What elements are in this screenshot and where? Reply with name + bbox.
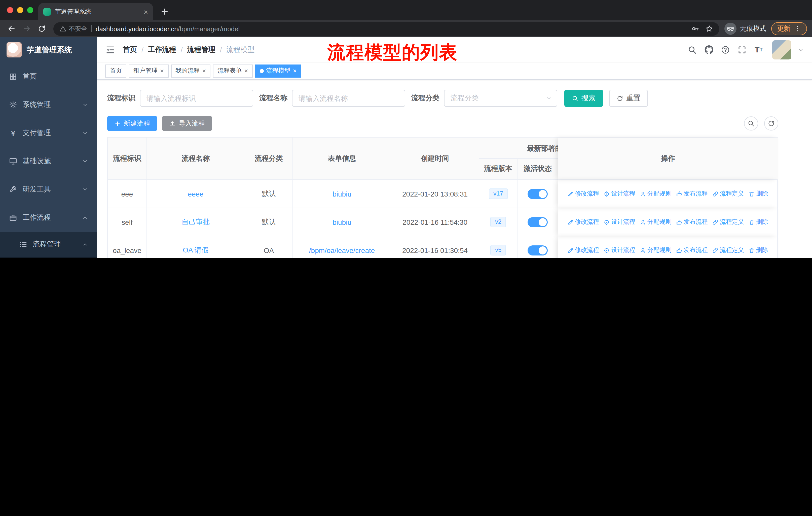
tag-process-model[interactable]: 流程模型× <box>255 64 301 77</box>
back-button[interactable] <box>5 22 18 35</box>
assign-rule-link[interactable]: 分配规则 <box>640 246 671 254</box>
refresh-table-button[interactable] <box>764 116 778 131</box>
window-close-button[interactable] <box>7 7 13 13</box>
active-toggle[interactable] <box>528 245 548 255</box>
process-name-input[interactable] <box>292 90 405 107</box>
window-zoom-button[interactable] <box>27 7 33 13</box>
url-text[interactable]: dashboard.yudao.iocoder.cn/bpm/manager/m… <box>96 25 240 32</box>
cell-form-info: biubiu <box>293 208 391 236</box>
chevron-up-icon <box>82 215 88 221</box>
sidebar-item-workflow[interactable]: 工作流程 <box>0 203 97 232</box>
user-avatar[interactable] <box>772 40 791 59</box>
process-definition-link[interactable]: 流程定义 <box>712 246 744 254</box>
modify-process-link[interactable]: 修改流程 <box>567 246 599 254</box>
address-bar[interactable]: 不安全 dashboard.yudao.iocoder.cn/bpm/manag… <box>53 22 719 35</box>
cell-version: v5 <box>479 236 518 258</box>
delete-link[interactable]: 删除 <box>749 218 768 226</box>
assign-rule-link[interactable]: 分配规则 <box>640 189 671 198</box>
browser-update-button[interactable]: 更新 <box>771 22 807 35</box>
tag-process-form[interactable]: 流程表单× <box>213 64 253 77</box>
form-info-link[interactable]: biubiu <box>332 190 351 198</box>
process-definition-link[interactable]: 流程定义 <box>712 218 744 226</box>
modify-process-link[interactable]: 修改流程 <box>567 218 599 226</box>
breadcrumb-process-management[interactable]: 流程管理 <box>187 45 215 54</box>
incognito-chip[interactable]: 无痕模式 <box>724 23 766 35</box>
red-annotation-text: 流程模型的列表 <box>327 40 458 65</box>
warning-icon <box>59 25 66 32</box>
tag-close-icon[interactable]: × <box>202 67 206 74</box>
import-process-button[interactable]: 导入流程 <box>162 116 212 131</box>
user-icon <box>640 247 646 253</box>
window-minimize-button[interactable] <box>17 7 23 13</box>
avatar-caret-down-icon[interactable] <box>798 47 804 53</box>
create-process-button[interactable]: 新建流程 <box>107 116 157 131</box>
form-info-link[interactable]: /bpm/oa/leave/create <box>309 246 375 254</box>
sidebar-item-process-management[interactable]: 流程管理 <box>0 232 97 257</box>
assign-rule-link[interactable]: 分配规则 <box>640 218 671 226</box>
logo-avatar <box>6 42 22 57</box>
cell-actions: 修改流程 设计流程 分配规则 发布流程 流程定义 删除 <box>558 236 778 258</box>
search-button[interactable]: 搜索 <box>564 90 603 107</box>
modify-process-link[interactable]: 修改流程 <box>567 189 599 198</box>
forward-button[interactable] <box>20 22 33 35</box>
target-icon <box>604 219 610 225</box>
tag-home[interactable]: 首页 <box>105 64 126 77</box>
design-process-link[interactable]: 设计流程 <box>604 246 635 254</box>
tab-close-icon[interactable]: × <box>143 8 148 16</box>
toggle-search-button[interactable] <box>744 116 758 131</box>
sidebar-item-home[interactable]: 首页 <box>0 62 97 91</box>
edit-icon <box>567 247 573 253</box>
sidebar-item-payment-management[interactable]: ¥ 支付管理 <box>0 119 97 147</box>
sidebar-item-system-management[interactable]: 系统管理 <box>0 91 97 119</box>
security-chip[interactable]: 不安全 <box>59 24 87 33</box>
bookmark-star-icon[interactable] <box>705 25 713 33</box>
tag-close-icon[interactable]: × <box>160 67 164 74</box>
breadcrumb-home[interactable]: 首页 <box>123 45 137 54</box>
design-process-link[interactable]: 设计流程 <box>604 218 635 226</box>
delete-link[interactable]: 删除 <box>749 246 768 254</box>
tag-close-icon[interactable]: × <box>293 67 297 74</box>
reset-button[interactable]: 重置 <box>609 90 648 107</box>
active-toggle[interactable] <box>528 217 548 227</box>
hamburger-icon[interactable] <box>105 45 115 55</box>
sidebar-logo[interactable]: 芋道管理系统 <box>0 37 97 62</box>
process-name-link[interactable]: 自己审批 <box>181 217 210 226</box>
font-size-icon[interactable]: TT <box>754 45 764 55</box>
publish-process-link[interactable]: 发布流程 <box>676 218 708 226</box>
process-definition-link[interactable]: 流程定义 <box>712 189 744 198</box>
page-content: 流程标识 流程名称 流程分类 流程分类 <box>97 80 812 258</box>
design-process-link[interactable]: 设计流程 <box>604 189 635 198</box>
delete-link[interactable]: 删除 <box>749 189 768 198</box>
browser-menu-dots-icon[interactable] <box>794 25 801 32</box>
window-controls <box>7 7 33 13</box>
password-key-icon[interactable] <box>691 25 699 33</box>
form-info-link[interactable]: biubiu <box>332 218 351 226</box>
process-name-link[interactable]: OA 请假 <box>183 246 209 255</box>
tag-tenant-management[interactable]: 租户管理× <box>129 64 168 77</box>
sidebar-item-infrastructure[interactable]: 基础设施 <box>0 147 97 175</box>
filter-category-label: 流程分类 <box>411 94 439 103</box>
process-name-link[interactable]: eeee <box>188 190 203 198</box>
chevron-down-icon <box>82 102 88 108</box>
sidebar-item-process-form[interactable]: 流程表单 <box>0 257 97 258</box>
breadcrumb-workflow[interactable]: 工作流程 <box>148 45 176 54</box>
tag-close-icon[interactable]: × <box>244 67 248 74</box>
search-icon[interactable] <box>687 45 697 55</box>
fullscreen-icon[interactable] <box>737 45 747 55</box>
tools-icon <box>9 185 17 193</box>
reload-button[interactable] <box>35 22 48 35</box>
new-tab-button[interactable] <box>160 7 169 16</box>
cell-process-name: OA 请假 <box>147 236 245 258</box>
table-toolbar: 新建流程 导入流程 <box>107 116 778 131</box>
github-icon[interactable] <box>704 45 714 55</box>
process-id-input[interactable] <box>140 90 253 107</box>
active-toggle[interactable] <box>528 189 548 199</box>
category-select[interactable]: 流程分类 <box>444 90 557 107</box>
publish-process-link[interactable]: 发布流程 <box>676 189 708 198</box>
sidebar-item-dev-tools[interactable]: 研发工具 <box>0 175 97 203</box>
publish-process-link[interactable]: 发布流程 <box>676 246 708 254</box>
help-icon[interactable] <box>720 45 730 55</box>
thumb-up-icon <box>676 247 682 253</box>
tag-my-process[interactable]: 我的流程× <box>171 64 210 77</box>
browser-tab[interactable]: 芋道管理系统 × <box>38 3 153 20</box>
